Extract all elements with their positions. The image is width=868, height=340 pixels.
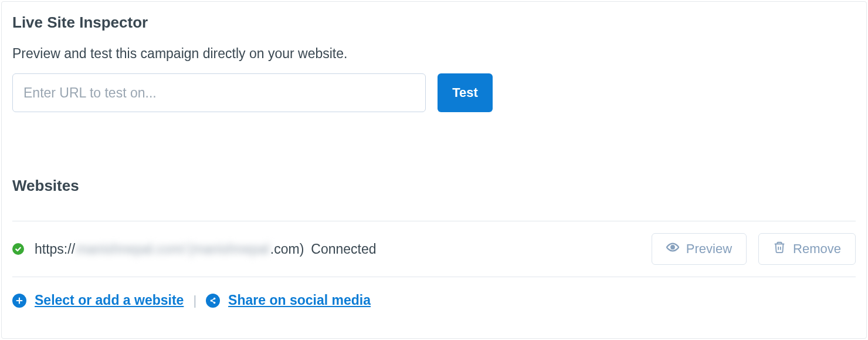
trash-icon (773, 241, 786, 257)
vertical-divider: | (193, 293, 196, 308)
svg-line-8 (212, 299, 214, 300)
site-suffix: .com) (270, 241, 304, 257)
check-circle-icon (12, 243, 24, 255)
share-link-group: Share on social media (206, 292, 371, 308)
test-button[interactable]: Test (438, 73, 493, 112)
add-website-link[interactable]: Select or add a website (35, 292, 184, 308)
add-website-link-group: Select or add a website (12, 292, 184, 308)
svg-line-9 (212, 301, 214, 302)
website-row: https:// manishnepal.com/ (manishnepal .… (12, 221, 856, 277)
site-obscured-1: manishnepal.com/ (76, 241, 186, 257)
website-actions: Preview Remove (652, 233, 856, 265)
panel: Live Site Inspector Preview and test thi… (1, 1, 867, 339)
site-status: Connected (311, 241, 376, 257)
links-row: Select or add a website | Share on socia… (12, 277, 856, 308)
inspector-subtitle: Preview and test this campaign directly … (12, 46, 856, 62)
remove-label: Remove (793, 241, 841, 257)
eye-icon (666, 241, 679, 257)
url-row: Test (12, 73, 856, 112)
preview-label: Preview (686, 241, 732, 257)
websites-title: Websites (12, 177, 856, 195)
share-circle-icon (206, 294, 220, 308)
share-link[interactable]: Share on social media (228, 292, 371, 308)
site-url: https:// manishnepal.com/ (manishnepal .… (35, 241, 377, 257)
svg-point-0 (671, 245, 674, 249)
website-info: https:// manishnepal.com/ (manishnepal .… (12, 241, 377, 257)
site-prefix: https:// (35, 241, 75, 257)
url-input[interactable] (12, 73, 426, 112)
site-obscured-2: (manishnepal (188, 241, 269, 257)
plus-circle-icon (12, 294, 26, 308)
inspector-title: Live Site Inspector (12, 14, 856, 32)
preview-button[interactable]: Preview (652, 233, 747, 265)
remove-button[interactable]: Remove (758, 233, 856, 265)
